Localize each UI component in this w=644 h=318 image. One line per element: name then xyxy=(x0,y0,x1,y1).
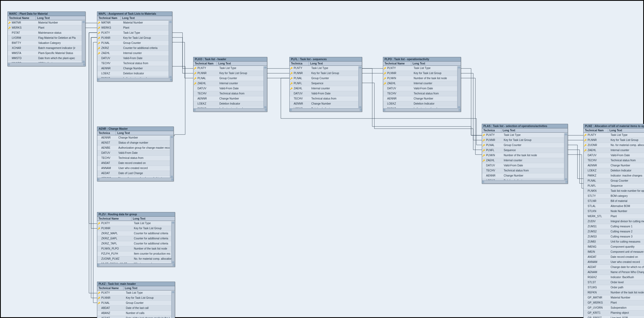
table-row[interactable]: DATUVValid-From Date xyxy=(290,91,362,96)
table-row[interactable]: REFKNNumber of the task list node xyxy=(584,290,644,295)
table-row[interactable]: ZKRIZCounter for additional criteria xyxy=(97,46,172,51)
scrollbar-vertical[interactable] xyxy=(82,21,85,63)
table-row[interactable]: PLNKNNumber of the task list node xyxy=(383,76,461,81)
table-row[interactable]: STLTYBOM category xyxy=(584,194,644,199)
table-plpo[interactable]: PLPO : Task list - operation/activityTec… xyxy=(383,57,461,112)
scrollbar-vertical[interactable] xyxy=(169,21,172,78)
table-row[interactable]: ZUDIVIntegral divisor for cutting measur… xyxy=(584,219,644,224)
scrollbar-vertical[interactable] xyxy=(564,133,568,180)
table-row[interactable]: PLNTYTask List Type xyxy=(482,133,568,138)
table-row[interactable]: PLNTYTask List Type xyxy=(290,66,362,71)
table-row[interactable]: AEDATDate of the last change made to the… xyxy=(97,316,175,318)
table-row[interactable]: PLNALGroup Counter xyxy=(193,76,267,81)
scrollbar-vertical[interactable] xyxy=(171,221,175,263)
table-row[interactable]: PLNALGroup Counter xyxy=(482,143,568,148)
scrollbar-horizontal[interactable] xyxy=(193,108,267,112)
table-row[interactable]: MMSTDDate from which the plant-spec xyxy=(8,56,85,61)
table-row[interactable]: PLNTYTask List Type xyxy=(193,66,267,71)
table-row[interactable]: LOEKZDeletion Indicator xyxy=(584,168,644,173)
table-row[interactable]: PLNNRKey for Task List Group xyxy=(97,226,175,231)
table-row[interactable]: AENNRChange Number xyxy=(193,96,267,101)
table-row[interactable]: AENNRChange Number xyxy=(482,173,568,178)
table-row[interactable]: PLNTYTask List Type xyxy=(584,133,644,138)
table-row[interactable]: PLNALGroup Counter xyxy=(97,301,175,306)
scrollbar-horizontal[interactable] xyxy=(97,78,172,81)
scrollbar-horizontal[interactable] xyxy=(97,263,175,267)
table-row[interactable]: STLWGOrder path xyxy=(584,285,644,290)
table-row[interactable]: ZUMS2Cutting measure 2 xyxy=(584,229,644,234)
table-plzu[interactable]: PLZU : Routing data for groupTechnical N… xyxy=(97,212,175,267)
table-row[interactable]: PLNKNNumber of the task list node xyxy=(482,153,568,158)
table-row[interactable]: PLNFLSequence xyxy=(290,81,362,86)
scrollbar-vertical[interactable] xyxy=(263,66,267,108)
table-plfl[interactable]: PLFL : Task list - sequencesTechnicaLong… xyxy=(289,57,362,112)
table-row[interactable]: AENNRChange Number xyxy=(97,135,173,140)
table-row[interactable]: DATUVValid-From Date xyxy=(482,163,568,168)
table-row[interactable]: TECHVTechnical status from xyxy=(97,156,173,161)
table-row[interactable]: ZKRIZ_EAPLCounter for additional criteri… xyxy=(97,236,175,241)
table-row[interactable]: STLALAlternative BOM xyxy=(584,204,644,209)
table-row[interactable]: AENNRChange Number xyxy=(383,96,461,101)
table-row[interactable]: AENBEAuthorization group for change mast… xyxy=(97,145,173,151)
table-row[interactable]: XCHARBatch management indicator (ir xyxy=(8,46,85,51)
table-row[interactable]: TECHVTechnical status from xyxy=(290,96,362,101)
table-row[interactable]: RGEKZIndicator: Backflush xyxy=(584,275,644,280)
table-row[interactable]: ZUMEIUnit for cutting measures xyxy=(584,239,644,244)
table-row[interactable]: ZAEHLInternal counter xyxy=(290,86,362,91)
table-row[interactable]: AENAMName of Person Who Changed Obje xyxy=(584,270,644,275)
table-row[interactable]: TECHVTechnical status from xyxy=(193,91,267,96)
table-row[interactable]: ZUMS3Cutting measure 3 xyxy=(584,234,644,239)
table-row[interactable]: ZUONR_PLMZNo. for material comp. allocat… xyxy=(97,256,175,262)
table-row[interactable]: PLNKN_PLPONumber of the task list node xyxy=(97,246,175,251)
table-plmz[interactable]: PLMZ : Allocation of bill of material it… xyxy=(583,124,644,318)
table-row[interactable]: PLNTYTask List Type xyxy=(97,221,175,226)
table-row[interactable]: AENNRChange Number xyxy=(97,66,172,71)
table-row[interactable]: PLNALGroup Counter xyxy=(584,178,644,183)
table-row[interactable]: PLNNRKey for Task List Group xyxy=(383,71,461,76)
table-row[interactable]: PLNKNTask list node number for operation xyxy=(584,189,644,194)
table-row[interactable]: GP_MATNRMaterial Number xyxy=(584,295,644,300)
table-row[interactable]: DATUVValid-From Date xyxy=(383,86,461,91)
scrollbar-horizontal[interactable] xyxy=(290,108,362,112)
table-row[interactable]: GP_WERKSPlant xyxy=(584,300,644,305)
scrollbar-vertical[interactable] xyxy=(358,66,362,108)
table-row[interactable]: DATUVValid-From Date xyxy=(584,153,644,158)
table-row[interactable]: GP_KRIT1Planning object xyxy=(584,311,644,316)
table-row[interactable]: ZKRIZ_MAPLCounter for additional criteri… xyxy=(97,231,175,236)
table-row[interactable]: PLNNRKey for Task List Group xyxy=(193,71,267,76)
table-row[interactable]: LOEKZDeletion Indicator xyxy=(383,101,461,106)
table-row[interactable]: ZAEHLInternal counter xyxy=(383,81,461,86)
table-row[interactable]: BWTTYValuation Category xyxy=(8,41,85,46)
table-plkz[interactable]: PLKZ : Task list: main headerTechnical N… xyxy=(97,282,175,318)
table-marc[interactable]: MARC : Plant Data for MaterialTechnical … xyxy=(7,12,86,66)
table-row[interactable]: STLNRBill of material xyxy=(584,199,644,204)
table-row[interactable]: STLKNNode Number xyxy=(584,209,644,214)
table-plko[interactable]: PLKO : Task list - headerTechnical NamLo… xyxy=(193,57,267,112)
table-row[interactable]: PLNNRKey for Task List Group xyxy=(97,296,175,301)
table-aenr[interactable]: AENR : Change MasterTechnicaLong TextAEN… xyxy=(97,127,174,181)
table-row[interactable]: ANDATDate record created on xyxy=(584,255,644,260)
table-row[interactable]: ZAEHLInternal counter xyxy=(482,158,568,163)
table-row[interactable]: ANNAMUser who created record xyxy=(584,260,644,265)
table-row[interactable]: PLNFLSequence xyxy=(584,183,644,189)
table-row[interactable]: MATNRMaterial Number xyxy=(8,20,85,25)
table-row[interactable]: ZAEHLInternal counter xyxy=(193,81,267,86)
scrollbar-horizontal[interactable] xyxy=(383,108,461,112)
table-row[interactable]: TECHVTechnical status from xyxy=(482,168,568,173)
table-row[interactable]: PARKZIndicator: inactive changes xyxy=(584,173,644,178)
table-row[interactable]: AEDATChange date for which no change re xyxy=(584,265,644,270)
table-row[interactable]: GP_UVORNSuboperation xyxy=(584,305,644,311)
table-row[interactable]: AENNRChange Number xyxy=(290,101,362,106)
table-plas[interactable]: PLAS : Task list - selection of operatio… xyxy=(482,124,568,184)
table-mapl[interactable]: MAPL : Assignment of Task Lists to Mater… xyxy=(97,12,172,82)
table-row[interactable]: WERK_STLPlant xyxy=(584,214,644,219)
table-row[interactable]: IMEINComponent unit of measure xyxy=(584,250,644,255)
table-row[interactable]: TECHVTechnical status from xyxy=(584,158,644,163)
table-row[interactable]: ABDATDate of the last call xyxy=(97,306,175,311)
table-row[interactable]: TECHVTechnical status from xyxy=(97,61,172,66)
scrollbar-horizontal[interactable] xyxy=(97,178,173,181)
table-row[interactable]: PLNFLSequence xyxy=(482,148,568,153)
table-row[interactable]: PSTATMaintenance status xyxy=(8,30,85,36)
table-row[interactable]: TECHVTechnical status from xyxy=(383,91,461,96)
table-row[interactable]: ANDATDate record created on xyxy=(97,161,173,166)
